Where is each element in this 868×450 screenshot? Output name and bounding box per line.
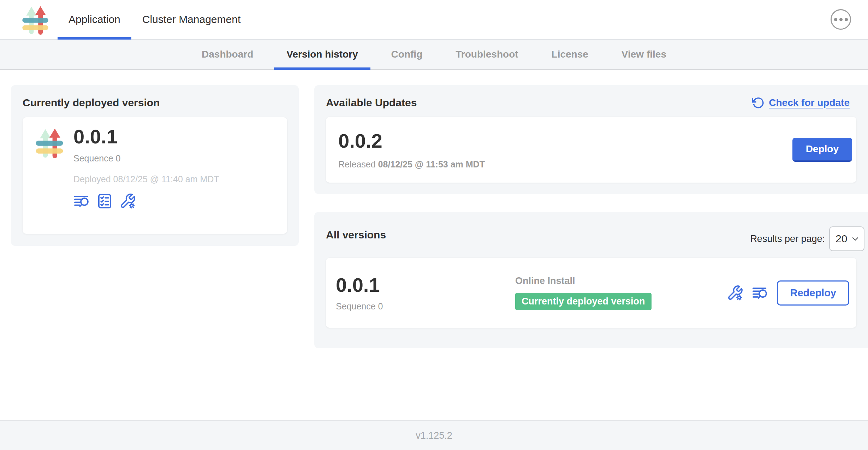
deployed-version-number: 0.0.1 — [73, 126, 219, 148]
tab-version-history[interactable]: Version history — [274, 40, 370, 69]
available-updates-card: Available Updates Check for update 0.0.2… — [314, 85, 868, 194]
version-row-info: 0.0.1 Sequence 0 — [336, 274, 515, 312]
main-content: Currently deployed version 0.0.1 Sequenc… — [0, 71, 868, 420]
primary-tabs: Application Cluster Management — [58, 0, 251, 39]
tab-license[interactable]: License — [539, 40, 601, 69]
deployed-sequence: Sequence 0 — [73, 153, 219, 164]
app-logo-icon — [20, 4, 51, 35]
deployed-version-info: 0.0.1 Sequence 0 Deployed 08/12/25 @ 11:… — [73, 126, 219, 209]
update-version-number: 0.0.2 — [338, 130, 485, 152]
results-per-page-group: Results per page: 20 — [750, 226, 864, 251]
available-updates-header: Available Updates Check for update — [314, 85, 868, 117]
results-per-page-select[interactable]: 20 — [829, 226, 864, 251]
redeploy-button[interactable]: Redeploy — [777, 280, 849, 306]
config-wrench-icon[interactable] — [119, 193, 136, 209]
navbar-right — [831, 0, 868, 39]
tab-troubleshoot[interactable]: Troubleshoot — [443, 40, 530, 69]
results-per-page-value: 20 — [836, 233, 847, 245]
deployed-timestamp: Deployed 08/12/25 @ 11:40 am MDT — [73, 174, 219, 184]
app-logo — [20, 4, 51, 35]
tab-config[interactable]: Config — [379, 40, 435, 69]
check-for-update-label: Check for update — [769, 97, 850, 108]
currently-deployed-badge: Currently deployed version — [515, 293, 652, 310]
released-date: 08/12/25 @ 11:53 am MDT — [378, 159, 485, 169]
tab-application-label: Application — [69, 13, 120, 25]
check-for-update-link[interactable]: Check for update — [752, 96, 850, 109]
all-versions-card: All versions Results per page: 20 0.0.1 … — [314, 212, 868, 348]
logs-icon[interactable] — [752, 285, 768, 301]
preflight-checklist-icon[interactable] — [96, 193, 113, 209]
results-per-page-label: Results per page: — [750, 233, 825, 244]
update-released-line: Released 08/12/25 @ 11:53 am MDT — [338, 159, 485, 170]
app-logo — [33, 126, 66, 159]
currently-deployed-card: Currently deployed version 0.0.1 Sequenc… — [11, 85, 299, 246]
app-logo-icon — [33, 126, 66, 159]
update-info: 0.0.2 Released 08/12/25 @ 11:53 am MDT — [338, 130, 485, 170]
deployed-version-panel: 0.0.1 Sequence 0 Deployed 08/12/25 @ 11:… — [23, 117, 287, 234]
all-versions-title: All versions — [326, 229, 386, 241]
top-navbar: Application Cluster Management — [0, 0, 868, 40]
logs-icon[interactable] — [73, 193, 90, 209]
deployed-action-icons — [73, 193, 219, 209]
row-sequence: Sequence 0 — [336, 301, 515, 312]
all-versions-header: All versions Results per page: 20 — [314, 212, 868, 258]
tab-cluster-management-label: Cluster Management — [142, 13, 240, 25]
install-type-label: Online Install — [515, 276, 575, 286]
console-version: v1.125.2 — [416, 430, 452, 441]
row-version-number: 0.0.1 — [336, 274, 515, 296]
more-menu-button[interactable] — [831, 9, 851, 30]
tab-dashboard[interactable]: Dashboard — [189, 40, 266, 69]
app-subnav: Dashboard Version history Config Trouble… — [0, 40, 868, 70]
tab-view-files[interactable]: View files — [609, 40, 679, 69]
ellipsis-icon — [834, 18, 837, 21]
refresh-icon — [752, 96, 765, 109]
version-row-status: Online Install Currently deployed versio… — [515, 276, 652, 310]
page-footer: v1.125.2 — [0, 420, 868, 450]
chevron-down-icon — [851, 235, 860, 243]
released-prefix: Released — [338, 159, 378, 169]
tab-application[interactable]: Application — [58, 0, 131, 39]
version-row-actions: Redeploy — [727, 280, 849, 306]
deploy-button[interactable]: Deploy — [792, 138, 852, 162]
available-updates-title: Available Updates — [326, 97, 417, 109]
deployed-card-title: Currently deployed version — [23, 97, 287, 109]
config-wrench-icon[interactable] — [727, 285, 743, 301]
version-row: 0.0.1 Sequence 0 Online Install Currentl… — [326, 258, 856, 328]
update-row: 0.0.2 Released 08/12/25 @ 11:53 am MDT D… — [326, 117, 856, 183]
tab-cluster-management[interactable]: Cluster Management — [131, 0, 251, 39]
